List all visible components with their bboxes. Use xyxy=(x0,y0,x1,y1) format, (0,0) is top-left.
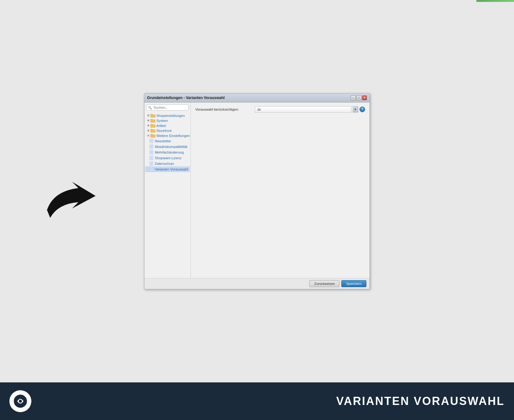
title-bar-buttons: ─ □ ✕ xyxy=(351,95,367,100)
tree-item-label: Storefront xyxy=(156,129,171,133)
svg-rect-3 xyxy=(150,130,155,133)
expand-icon: ⊞ xyxy=(146,114,150,118)
tree-item-storefront[interactable]: ⊞ Storefront xyxy=(145,128,190,133)
footer-logo xyxy=(9,390,31,412)
tree-item-mehrfachaenderung[interactable]: Mehrfachänderung xyxy=(145,150,190,155)
tree-item-label: Artikel xyxy=(156,124,166,128)
tree-item-newsletter[interactable]: Newsletter xyxy=(145,138,190,144)
expand-icon: ⊟ xyxy=(146,134,150,138)
vorauswahl-label: Vorauswahl berücksichtigen: xyxy=(195,108,252,111)
tree-item-label: Weitere Einstellungen xyxy=(156,134,190,138)
footer-title: VARIANTEN VORAUSWAHL xyxy=(336,395,505,408)
close-button[interactable]: ✕ xyxy=(362,95,367,100)
footer-bar: VARIANTEN VORAUSWAHL xyxy=(0,382,514,420)
search-icon: 🔍 xyxy=(148,106,152,109)
svg-point-30 xyxy=(19,400,22,403)
tree-item-label: Datenschutz xyxy=(155,162,174,165)
main-area: Grundeinstellungen - Varianten Vorauswah… xyxy=(0,0,514,382)
tree-item-label: Abwärtskompatibilität xyxy=(155,145,187,149)
tree-item-label: Shopware-Lizenz xyxy=(155,156,181,160)
tree-item-label: System xyxy=(156,119,168,123)
doc-icon xyxy=(149,167,154,171)
tree-item-shopeinstellungen[interactable]: ⊞ Shopeinstellungen xyxy=(145,113,190,118)
folder-icon xyxy=(150,119,155,123)
tree-item-label: Shopeinstellungen xyxy=(156,114,185,118)
doc-icon xyxy=(149,139,154,143)
restore-button[interactable]: □ xyxy=(356,95,361,100)
tree-item-label: Mehrfachänderung xyxy=(155,150,184,154)
arrow-annotation xyxy=(41,172,97,223)
dialog-window: Grundeinstellungen - Varianten Vorauswah… xyxy=(144,93,370,289)
tree-item-varianten-vorauswahl[interactable]: Varianten Vorauswahl xyxy=(145,166,190,172)
search-input[interactable] xyxy=(146,104,189,111)
svg-rect-2 xyxy=(150,125,155,128)
search-box: 🔍 xyxy=(146,104,189,111)
folder-icon xyxy=(150,124,155,128)
expand-icon: ⊞ xyxy=(146,124,150,128)
select-wrap: Ja Nein ▼ ? xyxy=(255,106,365,113)
bottom-bar: Zurücksetzen Speichern xyxy=(144,278,370,289)
tree-item-artikel[interactable]: ⊞ Artikel xyxy=(145,123,190,128)
doc-icon xyxy=(149,144,154,149)
tree: ⊞ Shopeinstellungen ⊞ System xyxy=(144,113,191,276)
dialog-title: Grundeinstellungen - Varianten Vorauswah… xyxy=(147,96,225,100)
tree-item-label: Varianten Vorauswahl xyxy=(155,167,188,171)
svg-rect-1 xyxy=(150,120,155,123)
svg-rect-4 xyxy=(150,135,155,138)
expand-icon: ⊞ xyxy=(146,129,150,133)
help-button[interactable]: ? xyxy=(359,107,365,112)
sidebar: 🔍 ⊞ Shopeinstellungen ⊞ xyxy=(144,102,191,278)
tree-item-shopware-lizenz[interactable]: Shopware-Lizenz xyxy=(145,155,190,161)
tree-item-system[interactable]: ⊞ System xyxy=(145,118,190,123)
save-button[interactable]: Speichern xyxy=(341,280,366,287)
title-bar: Grundeinstellungen - Varianten Vorauswah… xyxy=(144,94,370,102)
content-area: Vorauswahl berücksichtigen: Ja Nein ▼ ? xyxy=(191,102,370,278)
svg-rect-0 xyxy=(150,115,155,118)
vorauswahl-select[interactable]: Ja Nein xyxy=(255,106,351,113)
expand-icon: ⊞ xyxy=(146,119,150,123)
tree-item-datenschutz[interactable]: Datenschutz xyxy=(145,161,190,166)
tree-item-abwaertskompatibilitaet[interactable]: Abwärtskompatibilität xyxy=(145,144,190,150)
doc-icon xyxy=(149,156,154,160)
folder-icon xyxy=(150,129,155,133)
select-arrow-icon[interactable]: ▼ xyxy=(353,106,358,113)
tree-item-weitere-einstellungen[interactable]: ⊟ Weitere Einstellungen xyxy=(145,133,190,138)
folder-icon-open xyxy=(150,134,155,138)
minimize-button[interactable]: ─ xyxy=(351,95,356,100)
form-row-vorauswahl: Vorauswahl berücksichtigen: Ja Nein ▼ ? xyxy=(195,106,365,113)
reset-button[interactable]: Zurücksetzen xyxy=(309,280,339,287)
doc-icon xyxy=(149,161,154,166)
tree-item-label: Newsletter xyxy=(155,139,171,143)
doc-icon xyxy=(149,150,154,155)
dialog-body: 🔍 ⊞ Shopeinstellungen ⊞ xyxy=(144,102,370,278)
top-accent-bar xyxy=(476,0,514,2)
folder-icon xyxy=(150,114,155,118)
